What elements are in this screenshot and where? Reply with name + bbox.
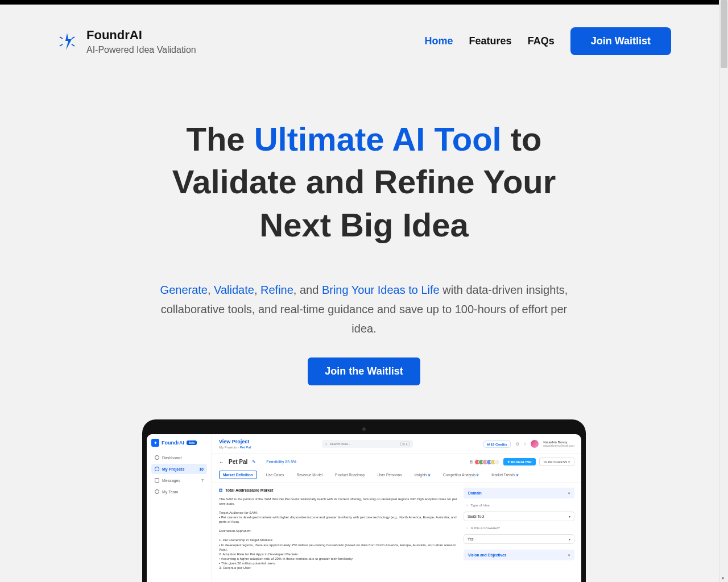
tab-user-personas[interactable]: User Personas [374, 471, 405, 479]
laptop-camera-icon [362, 427, 366, 431]
brand-name: FoundrAI [86, 28, 196, 43]
team-icon [155, 489, 159, 494]
bulb-icon: ♀ [466, 526, 469, 530]
sidebar-item-projects[interactable]: My Projects 10 [151, 464, 207, 474]
hero: The Ultimate AI Tool to Validate and Ref… [57, 118, 671, 385]
select-type[interactable]: SaaS Tool▾ [464, 512, 574, 521]
search-input[interactable]: ⌕ Search here... ⌘ F [322, 440, 413, 448]
home-icon [155, 455, 159, 460]
panel-vision[interactable]: Vision and Objectives▾ [464, 550, 574, 560]
tab-insights[interactable]: Insights♛ [411, 471, 433, 479]
bolt-icon: ✦ [151, 439, 159, 447]
edit-icon[interactable]: ✎ [252, 459, 256, 464]
svg-line-1 [72, 37, 75, 39]
crown-icon: ♛ [428, 473, 431, 477]
product-screenshot-laptop: ✦ FoundrAI Beta Dashboard My Projects 10… [57, 419, 671, 582]
user-block: Natashia Bunny natasiabunny@mail.com [543, 440, 574, 447]
crown-icon: ♛ [516, 473, 519, 477]
download-icon[interactable]: ⎘ [470, 459, 473, 464]
beta-badge: Beta [187, 440, 197, 445]
tab-competitor-analysis[interactable]: Competitor Analysis♛ [440, 471, 482, 479]
tab-use-cases[interactable]: Use Cases [263, 471, 288, 479]
svg-line-0 [60, 37, 63, 39]
avatar[interactable] [531, 440, 539, 448]
project-name: Pet Pal [229, 459, 247, 465]
app-logo: ✦ FoundrAI Beta [151, 439, 207, 447]
chevron-down-icon: ▾ [569, 514, 570, 518]
project-tabs: Market Definition Use Cases Revenue Mode… [212, 466, 581, 483]
back-arrow-icon[interactable]: ← [219, 459, 224, 465]
gear-icon[interactable]: ⚙ [515, 442, 519, 447]
app-topbar: View Project My Projects › Pet Pal ⌕ Sea… [212, 434, 581, 454]
sidebar-item-messages[interactable]: Messages 7 [151, 475, 207, 485]
browser-topbar [0, 0, 728, 5]
site-header: FoundrAI AI-Powered Idea Validation Home… [57, 5, 671, 55]
content-side: Domain▾ ♀Type of Idea SaaS Tool▾ ♀Is thi… [464, 488, 574, 582]
feasibility-badge: Feasibility 85.5% [266, 460, 296, 464]
collaborator-avatars[interactable] [476, 459, 500, 465]
brand-block: FoundrAI AI-Powered Idea Validation [57, 28, 196, 55]
nav-join-waitlist-button[interactable]: Join Waitlist [570, 27, 671, 55]
kbd-shortcut: ⌘ F [400, 442, 409, 446]
nav-features[interactable]: Features [469, 35, 512, 47]
svg-line-2 [60, 44, 63, 46]
chevron-down-icon: ▾ [569, 537, 570, 541]
tab-market-definition[interactable]: Market Definition [219, 471, 257, 479]
dice-icon: ⚃ [219, 488, 222, 493]
messages-count-badge: 7 [201, 479, 204, 483]
bulb-icon: ♀ [466, 504, 469, 507]
tab-product-roadmap[interactable]: Product Roadmap [332, 471, 368, 479]
logo-spark-icon [57, 31, 77, 52]
brand-tagline: AI-Powered Idea Validation [86, 45, 196, 55]
app-screenshot: ✦ FoundrAI Beta Dashboard My Projects 10… [147, 434, 581, 582]
tab-market-trends[interactable]: Market Trends♛ [488, 471, 522, 479]
chevron-down-icon: ▾ [568, 491, 570, 495]
project-titlebar: ← Pet Pal ✎ Feasibility 85.5% ⎘ ✦ REANAL… [212, 454, 581, 466]
chevron-down-icon: ▾ [568, 553, 570, 557]
tab-revenue-model[interactable]: Revenue Model [293, 471, 326, 479]
scrollbar-thumb[interactable] [721, 0, 727, 68]
sidebar-item-dashboard[interactable]: Dashboard [151, 452, 207, 463]
hero-headline: The Ultimate AI Tool to Validate and Ref… [148, 118, 580, 246]
field-ai-label: ♀Is this AI Powered? [466, 526, 574, 530]
nav-faqs[interactable]: FAQs [528, 35, 555, 47]
svg-line-3 [72, 44, 75, 46]
crown-icon: ♛ [476, 473, 479, 477]
status-dropdown[interactable]: IN PROGRESS ▾ [539, 458, 574, 466]
main-nav: Home Features FAQs Join Waitlist [425, 27, 671, 55]
message-icon [155, 478, 159, 483]
hero-accent: Ultimate AI Tool [254, 120, 502, 157]
search-icon: ⌕ [325, 442, 328, 446]
breadcrumb: My Projects › Pet Pal [219, 446, 251, 449]
credits-badge[interactable]: ⛁ 19 Credits [483, 440, 511, 448]
bulb-icon [155, 467, 159, 471]
content-main: ⚃Total Addressable Market The SAM is the… [219, 488, 458, 582]
view-title: View Project [219, 439, 251, 444]
hero-subtext: Generate, Validate, Refine, and Bring Yo… [159, 280, 569, 338]
panel-domain[interactable]: Domain▾ [464, 488, 574, 498]
field-type-label: ♀Type of Idea [466, 504, 574, 507]
hero-cta-button[interactable]: Join the Waitlist [308, 357, 420, 385]
reanalyse-button[interactable]: ✦ REANALYSE [503, 458, 536, 465]
app-sidebar: ✦ FoundrAI Beta Dashboard My Projects 10… [147, 434, 212, 582]
projects-count-badge: 10 [199, 467, 204, 471]
sidebar-item-team[interactable]: My Team [151, 487, 207, 497]
scroll-down-icon[interactable]: ▾ [722, 576, 724, 581]
chevron-down-icon: ▾ [568, 460, 570, 464]
select-ai[interactable]: Yes▾ [464, 534, 574, 544]
page-scrollbar[interactable]: ▴ ▾ [719, 0, 728, 582]
nav-home[interactable]: Home [425, 35, 453, 47]
help-icon[interactable]: ? [524, 442, 526, 447]
